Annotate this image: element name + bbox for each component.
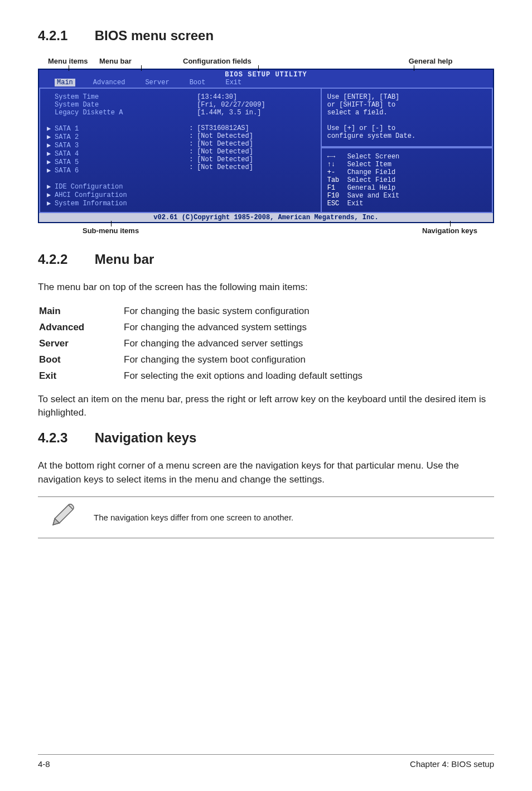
chapter-label: Chapter 4: BIOS setup xyxy=(410,759,494,769)
menu-bar-definitions: MainFor changing the basic system config… xyxy=(38,302,380,385)
bios-navkey-row: TabSelect Field xyxy=(327,176,486,184)
section-title: BIOS menu screen xyxy=(95,28,214,43)
page-footer: 4-8 Chapter 4: BIOS setup xyxy=(38,754,494,769)
bios-row-value: [Fri, 02/27/2009] xyxy=(189,101,321,109)
bios-row-value: [13:44:30] xyxy=(189,93,321,101)
bios-tab-advanced: Advanced xyxy=(83,79,136,86)
bios-navkey-row: F1General Help xyxy=(327,184,486,192)
bios-row-value xyxy=(189,171,321,179)
bios-navkey-row: ←→Select Screen xyxy=(327,153,486,161)
bios-row-label: ▶System Information xyxy=(47,199,189,208)
label-config-fields: Configuration fields xyxy=(183,57,252,65)
note-box: The navigation keys differ from one scre… xyxy=(38,496,494,538)
section-title: Navigation keys xyxy=(95,430,197,445)
definition-desc: For changing the basic system configurat… xyxy=(124,303,379,319)
bios-help-bottom: ←→Select Screen↑↓Select Item+-Change Fie… xyxy=(321,147,493,213)
definition-row: BootFor changing the system boot configu… xyxy=(39,352,379,367)
note-text: The navigation keys differ from one scre… xyxy=(88,504,494,531)
definition-desc: For selecting the exit options and loadi… xyxy=(124,368,379,383)
bios-row-value: :[Not Detected] xyxy=(189,140,321,148)
bios-row-label: ▶IDE Configuration xyxy=(47,182,189,191)
bios-navkey-row: ESCExit xyxy=(327,200,486,208)
bios-row-value: [1.44M, 3.5 in.] xyxy=(189,109,321,117)
bios-row-label: ▶AHCI Configuration xyxy=(47,191,189,199)
label-menu-bar: Menu bar xyxy=(99,57,132,65)
bios-row-label: ▶SATA 1 xyxy=(47,124,189,133)
section-423-body: At the bottom right corner of a menu scr… xyxy=(38,459,494,486)
bios-row-label xyxy=(47,175,189,182)
bios-row-value xyxy=(189,187,321,195)
bios-row-label: ▶SATA 5 xyxy=(47,158,189,166)
definition-term: Advanced xyxy=(39,320,123,335)
definition-row: MainFor changing the basic system config… xyxy=(39,303,379,319)
bios-navkey-row: ↑↓Select Item xyxy=(327,161,486,168)
bios-row-value: :[Not Detected] xyxy=(189,156,321,163)
definition-term: Boot xyxy=(39,352,123,367)
bios-navkey-row: +-Change Field xyxy=(327,168,486,176)
bios-help-line: select a field. xyxy=(327,109,486,117)
bios-row-value xyxy=(189,195,321,202)
bios-row-label: ▶SATA 3 xyxy=(47,141,189,149)
bios-row-value: :[Not Detected] xyxy=(189,163,321,171)
bios-row-label: ▶SATA 6 xyxy=(47,166,189,175)
bios-row-label xyxy=(47,117,189,124)
definition-row: AdvancedFor changing the advanced system… xyxy=(39,320,379,335)
label-menu-items: Menu items xyxy=(48,57,88,65)
definition-row: ExitFor selecting the exit options and l… xyxy=(39,368,379,383)
bios-row-value: :[Not Detected] xyxy=(189,148,321,156)
section-heading-421: 4.2.1 BIOS menu screen xyxy=(38,28,494,44)
bios-row-label: System Date xyxy=(47,101,189,109)
diagram-top-labels: Menu items Menu bar Configuration fields… xyxy=(38,57,494,65)
section-422-intro: The menu bar on top of the screen has th… xyxy=(38,281,494,295)
bios-row-value xyxy=(189,117,321,124)
bios-left-panel: System Time System Date Legacy Diskette … xyxy=(39,88,321,213)
bios-row-label: ▶SATA 2 xyxy=(47,133,189,141)
bios-tab-boot: Boot xyxy=(180,79,216,86)
label-general-help: General help xyxy=(409,57,453,65)
definition-term: Main xyxy=(39,303,123,319)
bios-help-top: Use [ENTER], [TAB]or [SHIFT-TAB] toselec… xyxy=(321,88,493,147)
page-number: 4-8 xyxy=(38,759,50,769)
bios-tab-main: Main xyxy=(55,79,75,86)
definition-term: Server xyxy=(39,336,123,351)
pencil-icon xyxy=(38,497,88,538)
bios-help-line: Use [+] or [-] to xyxy=(327,124,486,132)
diagram-bottom-labels: Sub-menu items Navigation keys xyxy=(38,226,494,235)
bios-footer: v02.61 (C)Copyright 1985-2008, American … xyxy=(39,213,493,222)
bios-row-label: ▶SATA 4 xyxy=(47,149,189,158)
bios-row-value xyxy=(189,179,321,187)
definition-desc: For changing the advanced system setting… xyxy=(124,320,379,335)
bios-row-label: System Time xyxy=(47,93,189,101)
section-number: 4.2.1 xyxy=(38,28,91,44)
definition-desc: For changing the system boot configurati… xyxy=(124,352,379,367)
bios-right-panel: Use [ENTER], [TAB]or [SHIFT-TAB] toselec… xyxy=(321,88,493,213)
bios-help-line: or [SHIFT-TAB] to xyxy=(327,101,486,109)
bios-row-value: :[ST3160812AS] xyxy=(189,124,321,132)
section-422-after: To select an item on the menu bar, press… xyxy=(38,393,494,420)
label-nav-keys: Navigation keys xyxy=(422,226,477,235)
bios-tab-server: Server xyxy=(135,79,179,86)
definition-row: ServerFor changing the advanced server s… xyxy=(39,336,379,351)
bios-help-line: configure system Date. xyxy=(327,132,486,140)
bios-row-label: Legacy Diskette A xyxy=(47,109,189,117)
bios-help-line: Use [ENTER], [TAB] xyxy=(327,93,486,101)
section-number: 4.2.3 xyxy=(38,430,91,446)
bios-row-value: :[Not Detected] xyxy=(189,132,321,140)
definition-term: Exit xyxy=(39,368,123,383)
bios-menubar: Main Advanced Server Boot Exit xyxy=(39,79,493,88)
bios-tab-exit: Exit xyxy=(215,79,252,86)
section-title: Menu bar xyxy=(95,252,154,267)
section-number: 4.2.2 xyxy=(38,252,91,267)
bios-title: BIOS SETUP UTILITY xyxy=(39,70,493,79)
section-heading-423: 4.2.3 Navigation keys xyxy=(38,430,494,446)
section-heading-422: 4.2.2 Menu bar xyxy=(38,252,494,267)
definition-desc: For changing the advanced server setting… xyxy=(124,336,379,351)
label-sub-menu: Sub-menu items xyxy=(83,226,139,235)
bios-screenshot: BIOS SETUP UTILITY Main Advanced Server … xyxy=(38,69,494,223)
bios-body: System Time System Date Legacy Diskette … xyxy=(39,88,493,213)
bios-help-line xyxy=(327,117,486,124)
bios-navkey-row: F10Save and Exit xyxy=(327,192,486,200)
